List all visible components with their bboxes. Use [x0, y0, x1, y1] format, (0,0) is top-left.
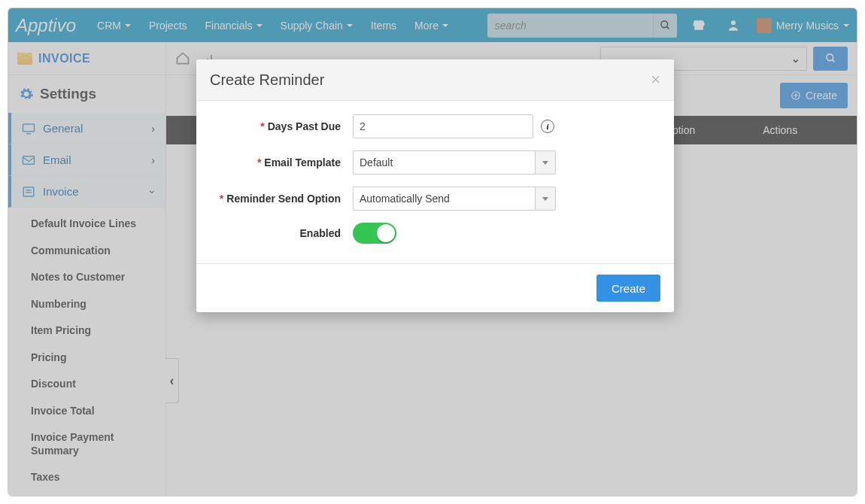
select-value: Automatically Send: [353, 187, 535, 211]
modal-create-button[interactable]: Create: [596, 275, 660, 302]
input-days-past-due[interactable]: [353, 114, 533, 138]
select-value: Default: [353, 150, 535, 175]
label-reminder-send-option: *Reminder Send Option: [210, 193, 353, 205]
create-reminder-modal: Create Reminder × *Days Past Due i *Emai…: [196, 59, 674, 312]
dropdown-toggle[interactable]: [535, 150, 556, 175]
toggle-knob: [377, 224, 395, 242]
chevron-down-icon: [542, 161, 548, 165]
select-reminder-send-option[interactable]: Automatically Send: [353, 187, 556, 211]
modal-title: Create Reminder: [210, 71, 324, 89]
label-enabled: Enabled: [210, 227, 353, 239]
info-icon[interactable]: i: [541, 120, 554, 133]
toggle-enabled[interactable]: [353, 223, 396, 244]
close-icon[interactable]: ×: [651, 70, 660, 90]
dropdown-toggle[interactable]: [535, 187, 556, 211]
chevron-down-icon: [542, 197, 548, 201]
label-days-past-due: *Days Past Due: [210, 120, 353, 132]
select-email-template[interactable]: Default: [353, 150, 556, 175]
label-email-template: *Email Template: [210, 156, 353, 169]
